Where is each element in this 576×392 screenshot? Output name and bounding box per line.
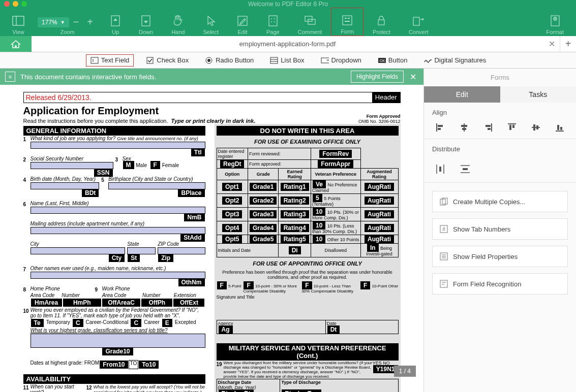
- align-center-h-icon[interactable]: [459, 122, 469, 133]
- digital-signatures-tool[interactable]: Digital Signatures: [419, 55, 490, 66]
- field-rating1[interactable]: Rating1: [281, 183, 309, 191]
- radio-button-tool[interactable]: Radio Button: [201, 55, 258, 66]
- field-dischrgdt[interactable]: DischrgDt: [219, 389, 254, 392]
- field-offph[interactable]: OffPh: [141, 299, 172, 307]
- field-e[interactable]: E: [162, 319, 172, 327]
- field-bdt[interactable]: BDt: [82, 189, 99, 197]
- field-grade3[interactable]: Grade3: [250, 210, 277, 218]
- field-zip[interactable]: Zip: [158, 254, 173, 262]
- convert-button[interactable]: Convert: [400, 8, 438, 36]
- field-grade5[interactable]: Grade5: [250, 235, 277, 243]
- align-center-v-icon[interactable]: [531, 122, 541, 133]
- align-right-icon[interactable]: [483, 122, 493, 133]
- field-aug2[interactable]: AugRati: [365, 197, 394, 205]
- format-button[interactable]: Format: [537, 8, 573, 36]
- field-opt4[interactable]: Opt4: [222, 224, 242, 232]
- field-ag[interactable]: Ag: [219, 325, 233, 334]
- show-tab-numbers-button[interactable]: # Show Tab Numbers: [432, 218, 568, 240]
- field-opt3[interactable]: Opt3: [222, 210, 242, 218]
- field-rating5[interactable]: Rating5: [281, 235, 309, 243]
- select-button[interactable]: Select: [194, 8, 228, 36]
- field-offext[interactable]: OffExt: [173, 299, 204, 307]
- field-grade4[interactable]: Grade4: [250, 224, 277, 232]
- field-to10[interactable]: To10: [139, 361, 159, 369]
- field-vet5[interactable]: 10: [313, 235, 325, 243]
- field-grade1[interactable]: Grade1: [250, 183, 277, 191]
- check-box-tool[interactable]: Check Box: [142, 55, 193, 66]
- field-aug3[interactable]: AugRati: [365, 210, 394, 218]
- field-f[interactable]: F: [150, 161, 160, 169]
- form-button[interactable]: Form: [331, 8, 363, 36]
- text-field-tool[interactable]: Text Field: [86, 54, 134, 67]
- field-rating2[interactable]: Rating2: [281, 197, 309, 205]
- comment-button[interactable]: Comment: [289, 8, 331, 36]
- field-di[interactable]: Di: [289, 246, 301, 254]
- field-formappr[interactable]: FormAppr: [318, 160, 353, 168]
- field-opt2[interactable]: Opt2: [222, 197, 242, 205]
- create-multiple-copies-button[interactable]: Create Multiple Copies...: [432, 191, 568, 212]
- field-m[interactable]: M: [123, 161, 134, 169]
- field-othnm[interactable]: OthNm: [178, 278, 205, 286]
- field-formrev[interactable]: FormRev: [319, 150, 352, 158]
- home-button[interactable]: [0, 36, 32, 52]
- field-opt1[interactable]: Opt1: [222, 183, 242, 191]
- field-cty[interactable]: Cty: [109, 254, 125, 262]
- field-from10[interactable]: From10: [100, 361, 128, 369]
- highlight-fields-button[interactable]: Highlight Fields: [351, 71, 404, 83]
- distribute-v-icon[interactable]: [460, 164, 470, 174]
- down-button[interactable]: Down: [130, 8, 162, 36]
- close-tab-button[interactable]: ✕: [543, 36, 560, 52]
- field-c2[interactable]: C: [131, 319, 141, 327]
- field-10pt-other[interactable]: F: [360, 281, 370, 289]
- field-grade10[interactable]: Grade10: [102, 347, 133, 355]
- field-aug1[interactable]: AugRati: [365, 183, 394, 191]
- field-ssn[interactable]: SSN: [94, 169, 113, 177]
- field-bplace[interactable]: BPlace: [178, 189, 204, 197]
- field-grade2[interactable]: Grade2: [250, 197, 277, 205]
- side-tab-tasks[interactable]: Tasks: [500, 86, 577, 103]
- view-button[interactable]: View: [3, 8, 34, 36]
- show-field-properties-button[interactable]: Show Field Properties: [432, 246, 568, 267]
- field-rating4[interactable]: Rating4: [281, 224, 309, 232]
- field-te[interactable]: Te: [31, 319, 44, 327]
- hand-button[interactable]: Hand: [162, 8, 194, 36]
- align-left-icon[interactable]: [435, 122, 445, 133]
- protect-button[interactable]: Protect: [363, 8, 400, 36]
- field-aug4[interactable]: AugRati: [365, 224, 394, 232]
- field-vet3[interactable]: 10: [313, 208, 325, 216]
- form-field-recognition-button[interactable]: Form Field Recognition: [432, 273, 568, 295]
- distribute-h-icon[interactable]: [435, 164, 445, 174]
- list-box-tool[interactable]: List Box: [266, 55, 308, 66]
- zoom-dropdown[interactable]: 177%▼: [38, 17, 69, 27]
- field-hmph[interactable]: HmPh: [63, 299, 101, 307]
- field-c1[interactable]: C: [73, 319, 83, 327]
- field-header[interactable]: Header: [372, 92, 400, 103]
- align-bottom-icon[interactable]: [555, 122, 565, 133]
- field-rating3[interactable]: Rating3: [281, 210, 309, 218]
- close-banner-button[interactable]: ✕: [408, 72, 418, 82]
- field-opt5[interactable]: Opt5: [222, 235, 242, 243]
- field-regdt[interactable]: RegDt: [220, 160, 244, 168]
- align-top-icon[interactable]: [507, 122, 517, 133]
- field-10pt-30[interactable]: F: [244, 281, 253, 289]
- field-dt[interactable]: Dt: [327, 325, 340, 334]
- add-tab-button[interactable]: +: [560, 36, 576, 52]
- field-hmarea[interactable]: HmArea: [31, 299, 62, 307]
- dropdown-tool[interactable]: Dropdown: [317, 55, 366, 66]
- zoom-in-button[interactable]: +: [83, 16, 97, 28]
- field-nmb[interactable]: NmB: [184, 213, 204, 221]
- document-viewport[interactable]: Released 6/29/2013. Header Application f…: [0, 85, 423, 392]
- field-5pt[interactable]: F: [217, 281, 227, 289]
- field-stadd[interactable]: StAdd: [180, 234, 204, 242]
- field-st[interactable]: St: [128, 254, 140, 262]
- field-aug5[interactable]: AugRati: [365, 235, 394, 243]
- edit-button[interactable]: Edit: [228, 8, 257, 36]
- field-vet1[interactable]: Ve: [313, 180, 326, 188]
- field-ttl[interactable]: Ttl: [191, 148, 205, 156]
- field-dischrgtyp[interactable]: DischrgTyp: [282, 389, 321, 392]
- field-vet4[interactable]: 10: [313, 221, 325, 230]
- up-button[interactable]: Up: [101, 8, 130, 36]
- field-10pt-less[interactable]: F: [302, 281, 312, 289]
- field-vet2[interactable]: 5: [313, 194, 322, 202]
- field-in[interactable]: In: [367, 244, 379, 252]
